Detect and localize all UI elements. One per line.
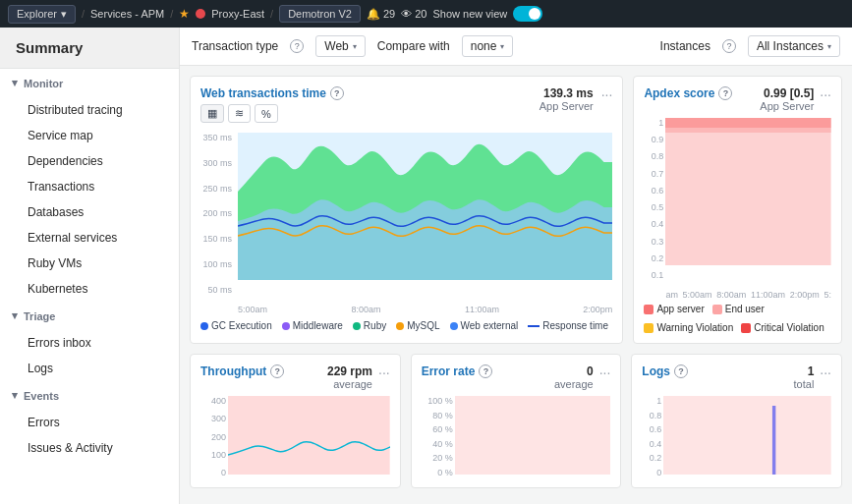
svg-rect-6 <box>663 396 831 475</box>
web-external-dot <box>450 322 458 330</box>
proxy-east-link[interactable]: Proxy-East <box>211 8 264 20</box>
mysql-dot <box>396 322 404 330</box>
topbar-divider3: / <box>270 8 273 20</box>
web-transactions-svg-container: 350 ms 300 ms 250 ms 200 ms 150 ms 100 m… <box>238 133 612 314</box>
triage-section: ▾ Triage Errors inbox Logs <box>0 302 179 381</box>
sidebar-item-issues-activity[interactable]: Issues & Activity <box>0 435 179 461</box>
events-section: ▾ Events Errors Issues & Activity <box>0 381 179 461</box>
area-chart-btn[interactable]: ≋ <box>228 104 251 123</box>
sidebar-item-logs[interactable]: Logs <box>0 356 179 381</box>
svg-rect-7 <box>772 406 775 475</box>
version-badge[interactable]: Demotron V2 <box>279 5 361 23</box>
eye-icon: 👁 <box>401 8 412 20</box>
svg-rect-3 <box>665 118 831 128</box>
ruby-dot <box>353 322 361 330</box>
apdex-meta-group: 0.99 [0.5] App Server ··· <box>760 86 831 112</box>
sidebar-item-dependencies[interactable]: Dependencies <box>0 148 179 174</box>
sidebar-item-kubernetes[interactable]: Kubernetes <box>0 276 179 302</box>
triage-section-header[interactable]: ▾ Triage <box>0 302 179 330</box>
throughput-svg-container: 400 300 200 100 0 <box>228 396 390 477</box>
logs-svg-container: 1 0.8 0.6 0.4 0.2 0 <box>663 396 831 477</box>
logs-info-icon[interactable]: ? <box>674 364 688 378</box>
legend-warning-violation: Warning Violation <box>644 322 733 333</box>
topbar: Explorer ▾ / Services - APM / ★ Proxy-Ea… <box>0 0 852 28</box>
throughput-meta-group: 229 rpm average ··· <box>327 364 390 390</box>
apdex-legend: App server End user Warning Violation <box>644 304 831 333</box>
transaction-type-label: Transaction type <box>192 39 278 53</box>
charts-row-1: Web transactions time ? ▦ ≋ % 139. <box>190 76 842 344</box>
star-icon[interactable]: ★ <box>179 7 190 21</box>
sidebar-item-service-map[interactable]: Service map <box>0 123 179 148</box>
events-section-header[interactable]: ▾ Events <box>0 381 179 410</box>
explorer-button[interactable]: Explorer ▾ <box>8 5 76 24</box>
throughput-title: Throughput ? <box>200 364 284 378</box>
apdex-chart: Apdex score ? 0.99 [0.5] App Server ··· <box>633 76 842 344</box>
legend-critical-violation: Critical Violation <box>741 322 824 333</box>
legend-web-external: Web external <box>450 320 519 331</box>
views-count[interactable]: 👁 20 <box>401 8 426 20</box>
web-transactions-info-icon[interactable]: ? <box>330 86 344 100</box>
response-time-line <box>528 325 540 327</box>
apdex-value-group: 0.99 [0.5] App Server <box>760 86 814 112</box>
all-instances-dropdown[interactable]: All Instances ▾ <box>748 35 840 57</box>
apdex-y-axis: 1 0.9 0.8 0.7 0.6 0.5 0.4 0.3 0.2 0.1 <box>644 118 663 280</box>
transaction-type-bar: Transaction type ? Web ▾ Compare with no… <box>180 28 852 66</box>
sidebar-item-distributed-tracing[interactable]: Distributed tracing <box>0 97 179 123</box>
error-rate-info-icon[interactable]: ? <box>479 364 492 378</box>
compare-none-dropdown[interactable]: none ▾ <box>462 35 514 57</box>
bar-chart-btn[interactable]: ▦ <box>200 104 224 123</box>
web-transactions-title-group: Web transactions time ? ▦ ≋ % <box>200 86 344 127</box>
compare-dropdown-caret-icon: ▾ <box>500 42 504 51</box>
throughput-info-icon[interactable]: ? <box>270 364 284 378</box>
web-transactions-menu-icon[interactable]: ··· <box>601 86 613 102</box>
summary-nav-item[interactable]: Summary <box>0 28 179 69</box>
monitor-section-header[interactable]: ▾ Monitor <box>0 69 179 97</box>
warning-violation-swatch <box>644 323 653 333</box>
sidebar-item-errors[interactable]: Errors <box>0 410 179 435</box>
web-transactions-title: Web transactions time ? <box>200 86 344 100</box>
web-transactions-value: 139.3 ms <box>540 86 594 100</box>
new-view-toggle[interactable] <box>513 6 542 22</box>
critical-violation-swatch <box>741 323 751 333</box>
percent-chart-btn[interactable]: % <box>255 104 278 123</box>
proxy-label: Proxy-East <box>211 8 264 20</box>
logs-menu-icon[interactable]: ··· <box>820 364 831 380</box>
web-transactions-y-axis: 350 ms 300 ms 250 ms 200 ms 150 ms 100 m… <box>200 133 236 295</box>
alerts-count[interactable]: 🔔 29 <box>367 8 395 21</box>
main-layout: Summary ▾ Monitor Distributed tracing Se… <box>0 28 852 504</box>
apdex-menu-icon[interactable]: ··· <box>820 86 831 102</box>
web-type-dropdown[interactable]: Web ▾ <box>315 35 365 57</box>
instances-info-icon[interactable]: ? <box>722 39 736 53</box>
sidebar-item-transactions[interactable]: Transactions <box>0 174 179 199</box>
apdex-svg-container: 1 0.9 0.8 0.7 0.6 0.5 0.4 0.3 0.2 0.1 <box>665 118 831 300</box>
svg-rect-5 <box>455 396 611 475</box>
web-transactions-value-group: 139.3 ms App Server <box>540 86 594 112</box>
sidebar-item-external-services[interactable]: External services <box>0 225 179 251</box>
sidebar-item-databases[interactable]: Databases <box>0 199 179 225</box>
error-rate-menu-icon[interactable]: ··· <box>599 364 611 380</box>
error-rate-chart: Error rate ? 0 average ··· <box>411 354 622 488</box>
charts-area: Web transactions time ? ▦ ≋ % 139. <box>180 66 852 504</box>
logs-title: Logs ? <box>642 364 688 378</box>
logs-svg <box>663 396 831 475</box>
chart-controls: ▦ ≋ % <box>200 104 344 123</box>
web-dropdown-caret-icon: ▾ <box>353 42 357 51</box>
compare-with-label: Compare with <box>377 39 450 53</box>
web-transactions-chart: Web transactions time ? ▦ ≋ % 139. <box>190 76 623 344</box>
services-apm-link[interactable]: Services - APM <box>90 8 164 20</box>
events-section-label: Events <box>24 390 59 402</box>
legend-ruby: Ruby <box>353 320 386 331</box>
apdex-title: Apdex score ? <box>644 86 732 100</box>
web-transactions-svg <box>238 133 612 300</box>
legend-middleware: Middleware <box>282 320 343 331</box>
monitor-chevron-icon: ▾ <box>12 77 18 89</box>
throughput-menu-icon[interactable]: ··· <box>378 364 390 380</box>
web-transactions-header: Web transactions time ? ▦ ≋ % 139. <box>200 86 612 127</box>
apdex-info-icon[interactable]: ? <box>718 86 732 100</box>
explorer-label: Explorer <box>17 8 57 20</box>
sidebar-item-errors-inbox[interactable]: Errors inbox <box>0 330 179 356</box>
sidebar-item-ruby-vms[interactable]: Ruby VMs <box>0 251 179 276</box>
svg-rect-4 <box>228 396 390 475</box>
transaction-type-info-icon[interactable]: ? <box>290 39 304 53</box>
web-transactions-subtitle: App Server <box>540 100 594 112</box>
